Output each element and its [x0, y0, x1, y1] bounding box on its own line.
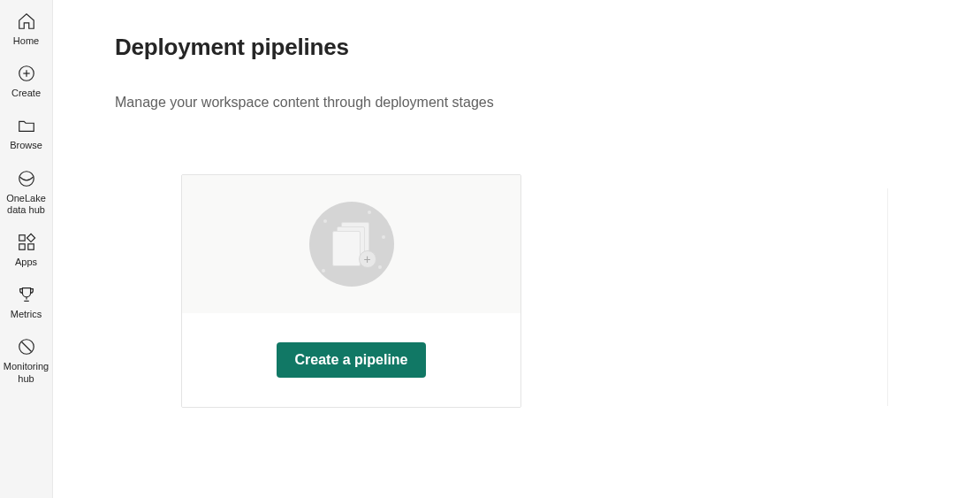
- sidebar-item-browse[interactable]: Browse: [0, 110, 53, 160]
- page-subtitle: Manage your workspace content through de…: [115, 95, 980, 111]
- home-icon: [16, 11, 37, 32]
- folder-icon: [16, 115, 37, 136]
- trophy-icon: [16, 284, 37, 305]
- sidebar-item-label: Monitoring hub: [4, 361, 49, 384]
- adjacent-card-edge: [887, 188, 888, 406]
- placeholder-illustration: +: [309, 202, 394, 287]
- onelake-icon: [16, 168, 37, 189]
- sidebar-item-onelake[interactable]: OneLake data hub: [0, 163, 53, 225]
- sidebar-item-label: Create: [11, 88, 41, 99]
- plus-badge-icon: +: [359, 250, 376, 268]
- plus-circle-icon: [16, 63, 37, 84]
- sidebar-item-label: Home: [13, 35, 39, 47]
- sidebar-item-monitoring[interactable]: Monitoring hub: [0, 331, 53, 393]
- sidebar-item-label: Metrics: [11, 309, 42, 320]
- svg-rect-4: [19, 235, 24, 241]
- sidebar-item-apps[interactable]: Apps: [0, 226, 53, 277]
- page-title: Deployment pipelines: [115, 34, 980, 61]
- sidebar-item-home[interactable]: Home: [0, 5, 53, 56]
- create-pipeline-button[interactable]: Create a pipeline: [277, 342, 425, 378]
- create-pipeline-card: + Create a pipeline: [181, 174, 521, 408]
- sidebar: Home Create Browse OneLake data hub Apps…: [0, 0, 53, 498]
- document-stack-icon: +: [332, 222, 371, 266]
- sidebar-item-metrics[interactable]: Metrics: [0, 279, 53, 329]
- main-content: Deployment pipelines Manage your workspa…: [53, 0, 980, 498]
- sidebar-item-label: Browse: [10, 140, 42, 151]
- apps-icon: [16, 232, 37, 253]
- card-action-area: Create a pipeline: [182, 313, 520, 407]
- sidebar-item-label: Apps: [15, 257, 37, 268]
- svg-rect-5: [27, 234, 34, 241]
- svg-rect-6: [19, 244, 24, 249]
- card-illustration-area: +: [182, 175, 520, 313]
- sidebar-item-create[interactable]: Create: [0, 57, 53, 108]
- sidebar-item-label: OneLake data hub: [6, 193, 46, 216]
- svg-rect-7: [27, 244, 33, 249]
- svg-line-11: [21, 342, 31, 352]
- monitoring-icon: [16, 336, 37, 357]
